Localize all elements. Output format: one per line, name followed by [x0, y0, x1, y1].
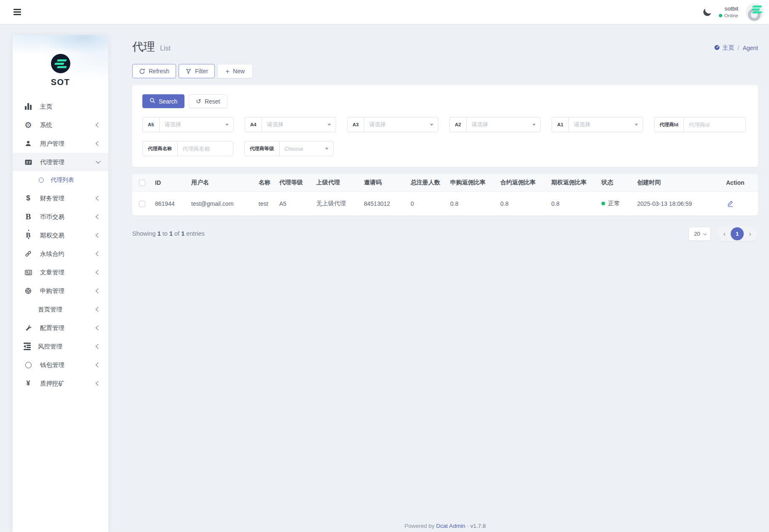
gear-icon	[24, 121, 33, 129]
sidebar-menu: 主页 系统 用户管理 代理管理 代理列表 财务管理	[13, 97, 108, 393]
a2-select[interactable]: 请选择	[466, 117, 541, 132]
entries-summary: Showing 1 to 1 of 1 entries	[132, 230, 205, 237]
pagination: 20 ‹ 1 ›	[689, 226, 758, 241]
filter-button[interactable]: Filter	[179, 64, 215, 78]
sidebar-item-config[interactable]: 配置管理	[13, 319, 108, 337]
chevron-left-icon	[96, 233, 100, 237]
a3-select[interactable]: 请选择	[364, 117, 438, 132]
breadcrumb-home-link[interactable]: 主页	[714, 44, 734, 52]
agent-level-select[interactable]: Choose	[279, 141, 334, 156]
avatar[interactable]	[746, 3, 764, 21]
a1-select[interactable]: 请选择	[569, 117, 643, 132]
sidebar-item-subscription[interactable]: 申购管理	[13, 282, 108, 300]
chevron-left-icon	[96, 141, 100, 146]
topbar: sotbit Online	[0, 0, 769, 24]
footer: Powered by Dcat Admin · v1.7.8	[132, 523, 758, 529]
filter-select-a3: A3 请选择	[347, 117, 438, 132]
edit-button[interactable]	[726, 199, 735, 208]
sidebar-toggle-icon[interactable]	[12, 7, 23, 17]
outdent-icon	[24, 343, 31, 350]
sidebar-item-perpetual[interactable]: 永续合约	[13, 245, 108, 263]
row-checkbox[interactable]	[139, 201, 145, 207]
filter-agent-level: 代理商等级 Choose	[244, 141, 334, 156]
chevron-left-icon	[96, 251, 100, 256]
sidebar-item-staking[interactable]: 质押挖矿	[13, 374, 108, 393]
col-status: 状态	[601, 174, 637, 192]
dcat-admin-link[interactable]: Dcat Admin	[436, 523, 465, 529]
filter-select-a5: A5 请选择	[142, 117, 234, 132]
current-page-button[interactable]: 1	[731, 227, 744, 240]
reset-button[interactable]: Reset	[189, 94, 227, 108]
sidebar-subitem-agent-list[interactable]: 代理列表	[13, 171, 108, 189]
filter-select-a4: A4 请选择	[245, 117, 336, 132]
select-all-checkbox[interactable]	[139, 180, 145, 186]
next-page-button[interactable]: ›	[745, 230, 756, 237]
chevron-left-icon	[96, 288, 100, 293]
refresh-button[interactable]: Refresh	[132, 64, 176, 78]
new-button[interactable]: New	[217, 64, 253, 78]
sidebar-item-agents[interactable]: 代理管理	[13, 153, 108, 171]
col-option-rebate: 期权返佣比率	[551, 174, 601, 192]
search-button[interactable]: Search	[142, 94, 184, 108]
dark-mode-icon[interactable]	[702, 7, 712, 17]
filter-agent-name: 代理商名称	[142, 141, 233, 156]
coin-b-icon	[24, 212, 33, 221]
a5-select[interactable]: 请选择	[159, 117, 234, 132]
caret-down-icon	[225, 124, 229, 126]
cell-level: A5	[279, 192, 316, 215]
cell-invite-code: 84513012	[364, 192, 411, 215]
main-content: 代理 List 主页 / Agent Refresh Filter	[132, 24, 758, 241]
sidebar-item-wallet[interactable]: 钱包管理	[13, 356, 108, 374]
caret-down-icon	[430, 124, 433, 126]
sidebar-item-spot-trade[interactable]: 币币交易	[13, 207, 108, 226]
agents-table: ID 用户名 名称 代理等级 上级代理 邀请码 总注册人数 申购返佣比率 合约返…	[132, 174, 758, 215]
sidebar-item-finance[interactable]: 财务管理	[13, 189, 108, 207]
plus-icon	[225, 68, 230, 75]
filter-select-a2: A2 请选择	[449, 117, 541, 132]
cell-id: 861944	[155, 192, 191, 215]
filter-agent-id: 代理商Id	[654, 117, 746, 132]
sidebar-item-articles[interactable]: 文章管理	[13, 263, 108, 282]
chevron-left-icon	[96, 362, 100, 367]
chevron-left-icon	[96, 196, 100, 200]
funnel-icon	[185, 68, 192, 74]
agent-id-input[interactable]	[684, 117, 746, 132]
caret-down-icon	[532, 124, 536, 126]
sidebar-item-system[interactable]: 系统	[13, 116, 108, 134]
brand-name: SOT	[51, 77, 70, 87]
prev-page-button[interactable]: ‹	[719, 230, 730, 237]
user-menu[interactable]: sotbit Online	[719, 5, 738, 19]
sidebar-item-risk[interactable]: 风控管理	[13, 337, 108, 356]
filter-select-a1: A1 请选择	[552, 117, 643, 132]
sidebar-item-home[interactable]: 主页	[13, 97, 108, 116]
brand-logo-icon	[51, 54, 70, 73]
life-ring-icon	[24, 287, 33, 295]
status-dot-icon	[601, 202, 605, 205]
circle-icon	[24, 362, 33, 368]
page-subtitle: List	[160, 45, 171, 52]
sidebar-item-homepage[interactable]: 首页管理	[13, 300, 108, 319]
table-header-row: ID 用户名 名称 代理等级 上级代理 邀请码 总注册人数 申购返佣比率 合约返…	[132, 174, 758, 192]
caret-down-icon	[635, 124, 638, 126]
sidebar-item-options-trade[interactable]: 期权交易	[13, 226, 108, 245]
caret-down-icon	[325, 148, 328, 150]
status-badge: 正常	[601, 192, 635, 215]
col-total-registered: 总注册人数	[411, 174, 450, 192]
a4-select[interactable]: 请选择	[262, 117, 336, 132]
user-icon	[24, 140, 33, 147]
caret-down-icon	[328, 124, 331, 126]
wrench-icon	[24, 325, 33, 332]
sidebar-item-users[interactable]: 用户管理	[13, 134, 108, 153]
page-size-select[interactable]: 20	[689, 227, 710, 241]
breadcrumb-separator: /	[738, 45, 740, 51]
search-icon	[150, 98, 155, 105]
breadcrumb: 主页 / Agent	[714, 44, 758, 52]
refresh-icon	[139, 68, 145, 74]
col-level: 代理等级	[279, 174, 316, 192]
cell-subscribe-rebate: 0.8	[450, 192, 500, 215]
agent-name-input[interactable]	[177, 141, 234, 156]
yen-icon	[24, 380, 33, 387]
chart-bar-icon	[24, 103, 33, 110]
lines-icon	[24, 306, 31, 314]
dashboard-icon	[714, 44, 720, 52]
